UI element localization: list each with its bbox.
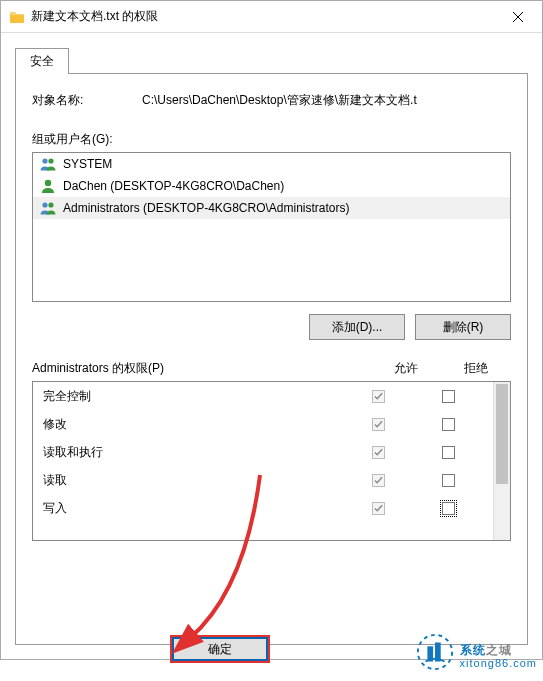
folder-icon [9, 9, 25, 25]
ok-button-label: 确定 [208, 641, 232, 658]
allow-checkbox[interactable] [372, 474, 385, 487]
object-row: 对象名称: C:\Users\DaChen\Desktop\管家速修\新建文本文… [32, 92, 511, 109]
allow-checkbox[interactable] [372, 390, 385, 403]
remove-button[interactable]: 删除(R) [415, 314, 511, 340]
tab-label: 安全 [30, 54, 54, 68]
permission-row: 完全控制 [33, 382, 493, 410]
permissions-list: 完全控制修改读取和执行读取写入 [33, 382, 493, 540]
scrollbar[interactable] [493, 382, 510, 540]
allow-checkbox[interactable] [372, 502, 385, 515]
add-button-label: 添加(D)... [332, 319, 383, 336]
user-icon [39, 177, 57, 195]
close-icon [513, 12, 523, 22]
permissions-header: Administrators 的权限(P) 允许 拒绝 [32, 360, 511, 377]
object-label: 对象名称: [32, 92, 142, 109]
svg-point-2 [45, 180, 51, 186]
watermark-en: xitong86.com [460, 658, 537, 669]
deny-checkbox[interactable] [442, 474, 455, 487]
col-deny: 拒绝 [441, 360, 511, 377]
titlebar: 新建文本文档.txt 的权限 [1, 1, 542, 33]
users-icon [39, 155, 57, 173]
watermark-icon [416, 633, 454, 671]
watermark-cn2: 之城 [486, 643, 512, 657]
users-button-row: 添加(D)... 删除(R) [32, 314, 511, 340]
allow-checkbox[interactable] [372, 418, 385, 431]
groups-label: 组或用户名(G): [32, 131, 511, 148]
content-area: 安全 对象名称: C:\Users\DaChen\Desktop\管家速修\新建… [1, 33, 542, 659]
window-title: 新建文本文档.txt 的权限 [31, 8, 498, 25]
add-button[interactable]: 添加(D)... [309, 314, 405, 340]
tab-panel: 对象名称: C:\Users\DaChen\Desktop\管家速修\新建文本文… [15, 73, 528, 645]
permission-name: 完全控制 [43, 388, 343, 405]
deny-checkbox[interactable] [442, 418, 455, 431]
permission-name: 修改 [43, 416, 343, 433]
permission-row: 读取和执行 [33, 438, 493, 466]
permission-row: 修改 [33, 410, 493, 438]
permissions-dialog: 新建文本文档.txt 的权限 安全 对象名称: C:\Users\DaChen\… [0, 0, 543, 660]
tab-security[interactable]: 安全 [15, 48, 69, 74]
permission-name: 读取和执行 [43, 444, 343, 461]
permissions-box: 完全控制修改读取和执行读取写入 [32, 381, 511, 541]
object-path: C:\Users\DaChen\Desktop\管家速修\新建文本文档.t [142, 92, 511, 109]
deny-checkbox[interactable] [442, 446, 455, 459]
svg-point-0 [42, 158, 47, 163]
deny-checkbox[interactable] [442, 390, 455, 403]
close-button[interactable] [498, 3, 538, 31]
allow-checkbox[interactable] [372, 446, 385, 459]
ok-button[interactable]: 确定 [170, 635, 270, 663]
permission-row: 写入 [33, 494, 493, 522]
dialog-buttons: 确定 [170, 635, 270, 663]
users-icon [39, 199, 57, 217]
list-item-label: DaChen (DESKTOP-4KG8CRO\DaChen) [63, 179, 284, 193]
tab-strip: 安全 对象名称: C:\Users\DaChen\Desktop\管家速修\新建… [15, 47, 528, 645]
watermark-text: 系统之城 xitong86.com [460, 636, 537, 669]
watermark-cn1: 系统 [460, 643, 486, 657]
list-item-label: SYSTEM [63, 157, 112, 171]
svg-point-4 [48, 202, 53, 207]
list-item[interactable]: SYSTEM [33, 153, 510, 175]
col-allow: 允许 [371, 360, 441, 377]
svg-point-1 [48, 158, 53, 163]
permission-name: 写入 [43, 500, 343, 517]
permission-name: 读取 [43, 472, 343, 489]
permissions-label: Administrators 的权限(P) [32, 360, 371, 377]
scroll-thumb[interactable] [496, 384, 508, 484]
users-listbox[interactable]: SYSTEMDaChen (DESKTOP-4KG8CRO\DaChen)Adm… [32, 152, 511, 302]
remove-button-label: 删除(R) [443, 319, 484, 336]
permission-row: 读取 [33, 466, 493, 494]
list-item[interactable]: DaChen (DESKTOP-4KG8CRO\DaChen) [33, 175, 510, 197]
list-item-label: Administrators (DESKTOP-4KG8CRO\Administ… [63, 201, 350, 215]
watermark: 系统之城 xitong86.com [416, 633, 537, 671]
list-item[interactable]: Administrators (DESKTOP-4KG8CRO\Administ… [33, 197, 510, 219]
deny-checkbox[interactable] [442, 502, 455, 515]
svg-point-3 [42, 202, 47, 207]
